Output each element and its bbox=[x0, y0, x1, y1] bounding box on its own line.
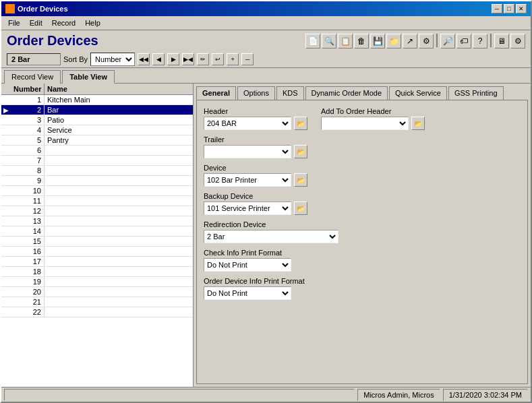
row-num: 2 bbox=[11, 105, 45, 115]
table-row[interactable]: 17 bbox=[1, 257, 193, 267]
table-row[interactable]: 22 bbox=[1, 307, 193, 317]
table-body: 1 Kitchen Main ▶ 2 Bar 3 Patio bbox=[1, 95, 193, 387]
toolbar-btn-3[interactable]: 📋 bbox=[338, 34, 353, 49]
close-button[interactable]: ✕ bbox=[516, 4, 527, 13]
row-name: Patio bbox=[45, 115, 193, 125]
sort-by-select[interactable]: Number bbox=[90, 53, 135, 66]
toolbar-btn-1[interactable]: 📄 bbox=[305, 34, 320, 49]
row-num: 4 bbox=[11, 125, 45, 135]
table-row[interactable]: 6 bbox=[1, 146, 193, 156]
indicator-col bbox=[1, 84, 11, 94]
backup-device-select[interactable]: 101 Service Printer bbox=[204, 202, 291, 215]
header-row: Header 204 BAR 📂 Add To Order Header bbox=[204, 107, 521, 135]
backup-device-browse-button[interactable]: 📂 bbox=[294, 202, 307, 215]
nav-remove[interactable]: ─ bbox=[241, 53, 254, 65]
table-row[interactable]: 4 Service bbox=[1, 125, 193, 135]
row-name: Service bbox=[45, 125, 193, 135]
header-group: Header 204 BAR 📂 bbox=[204, 107, 307, 130]
table-row[interactable]: 14 bbox=[1, 226, 193, 237]
table-row[interactable]: 18 bbox=[1, 267, 193, 277]
current-record-label: 2 Bar bbox=[7, 53, 61, 65]
status-datetime: 1/31/2020 3:02:34 PM bbox=[443, 389, 528, 401]
toolbar-btn-monitor[interactable]: 🖥 bbox=[494, 34, 509, 49]
check-info-print-format-select[interactable]: Do Not Print bbox=[204, 258, 291, 272]
trailer-browse-button[interactable]: 📂 bbox=[294, 145, 307, 158]
table-row[interactable]: 5 Pantry bbox=[1, 135, 193, 146]
menu-edit[interactable]: Edit bbox=[26, 18, 47, 28]
table-row[interactable]: 9 bbox=[1, 176, 193, 186]
header-select[interactable]: 204 BAR bbox=[204, 117, 291, 130]
order-device-info-print-format-select[interactable]: Do Not Print bbox=[204, 286, 291, 300]
toolbar-btn-2[interactable]: 🔍 bbox=[322, 34, 336, 49]
toolbar-btn-8[interactable]: ⚙ bbox=[419, 34, 434, 49]
table-row[interactable]: 20 bbox=[1, 287, 193, 297]
status-user: Micros Admin, Micros bbox=[357, 389, 440, 401]
window-title: Order Devices bbox=[18, 5, 68, 13]
table-header: Number Name bbox=[1, 84, 193, 95]
nav-undo[interactable]: ↩ bbox=[212, 53, 224, 65]
status-spacer bbox=[4, 389, 355, 401]
secondary-toolbar: 2 Bar Sort By Number ◀◀ ◀ ▶ ▶◀ ✏ ↩ + ─ bbox=[1, 51, 531, 68]
row-name: Pantry bbox=[45, 135, 193, 145]
nav-last[interactable]: ▶◀ bbox=[182, 53, 194, 65]
toolbar-btn-7[interactable]: ↗ bbox=[403, 34, 417, 49]
table-row[interactable]: 16 bbox=[1, 247, 193, 257]
toolbar-btn-search[interactable]: 🔎 bbox=[440, 34, 455, 49]
trailer-select[interactable] bbox=[204, 145, 291, 158]
toolbar-btn-help[interactable]: ? bbox=[473, 34, 487, 49]
toolbar-btn-5[interactable]: 💾 bbox=[370, 34, 385, 49]
menu-help[interactable]: Help bbox=[81, 18, 105, 28]
device-group: Device 102 Bar Printer 📂 bbox=[204, 164, 521, 187]
table-row[interactable]: 3 Patio bbox=[1, 115, 193, 125]
table-row[interactable]: 21 bbox=[1, 297, 193, 307]
minimize-button[interactable]: ─ bbox=[492, 4, 502, 13]
add-to-order-header-group: Add To Order Header 📂 bbox=[321, 107, 425, 130]
redirection-device-group: Redirection Device 2 Bar bbox=[204, 220, 521, 243]
left-tabs: Record View Table View bbox=[1, 69, 531, 83]
tab-quick-service[interactable]: Quick Service bbox=[389, 86, 447, 100]
nav-first[interactable]: ◀◀ bbox=[138, 53, 150, 65]
tab-dynamic-order-mode[interactable]: Dynamic Order Mode bbox=[305, 86, 388, 100]
table-row[interactable]: 7 bbox=[1, 156, 193, 166]
add-to-order-header-label: Add To Order Header bbox=[321, 107, 425, 115]
toolbar-btn-6[interactable]: 📁 bbox=[386, 34, 401, 49]
device-browse-button[interactable]: 📂 bbox=[294, 173, 307, 187]
table-row[interactable]: 10 bbox=[1, 186, 193, 196]
maximize-button[interactable]: □ bbox=[504, 4, 514, 13]
order-device-info-print-format-label: Order Device Info Print Format bbox=[204, 277, 521, 285]
main-content: Number Name 1 Kitchen Main ▶ 2 Bar bbox=[1, 83, 531, 387]
table-row[interactable]: 1 Kitchen Main bbox=[1, 95, 193, 105]
tab-general[interactable]: General bbox=[196, 86, 236, 100]
menu-record[interactable]: Record bbox=[48, 18, 80, 28]
header-browse-button[interactable]: 📂 bbox=[294, 117, 307, 130]
table-row[interactable]: 13 bbox=[1, 216, 193, 226]
table-row[interactable]: 19 bbox=[1, 277, 193, 287]
table-row[interactable]: 12 bbox=[1, 206, 193, 216]
sort-by-label: Sort By bbox=[63, 55, 88, 63]
redirection-device-select[interactable]: 2 Bar bbox=[204, 230, 338, 243]
nav-prev[interactable]: ◀ bbox=[152, 53, 165, 65]
toolbar-btn-tag[interactable]: 🏷 bbox=[456, 34, 471, 49]
tab-options[interactable]: Options bbox=[237, 86, 275, 100]
tab-record-view[interactable]: Record View bbox=[4, 70, 61, 84]
add-to-order-header-select[interactable] bbox=[321, 117, 409, 130]
table-row[interactable]: 11 bbox=[1, 196, 193, 206]
table-row[interactable]: 8 bbox=[1, 166, 193, 176]
menu-file[interactable]: File bbox=[4, 18, 24, 28]
row-num: 1 bbox=[11, 95, 45, 104]
add-to-order-header-browse-button[interactable]: 📂 bbox=[411, 117, 425, 130]
device-select[interactable]: 102 Bar Printer bbox=[204, 173, 291, 187]
table-row[interactable]: ▶ 2 Bar bbox=[1, 105, 193, 115]
tab-gss-printing[interactable]: GSS Printing bbox=[448, 86, 504, 100]
menu-bar: File Edit Record Help bbox=[1, 16, 531, 30]
col-name-header: Name bbox=[45, 84, 183, 94]
right-tabs: General Options KDS Dynamic Order Mode Q… bbox=[194, 84, 531, 100]
table-row[interactable]: 15 bbox=[1, 237, 193, 247]
tab-kds[interactable]: KDS bbox=[276, 86, 304, 100]
toolbar-btn-config[interactable]: ⚙ bbox=[510, 34, 525, 49]
nav-edit[interactable]: ✏ bbox=[197, 53, 209, 65]
toolbar-btn-4[interactable]: 🗑 bbox=[354, 34, 369, 49]
nav-next[interactable]: ▶ bbox=[167, 53, 179, 65]
nav-add[interactable]: + bbox=[227, 53, 239, 65]
tab-table-view[interactable]: Table View bbox=[62, 70, 115, 84]
